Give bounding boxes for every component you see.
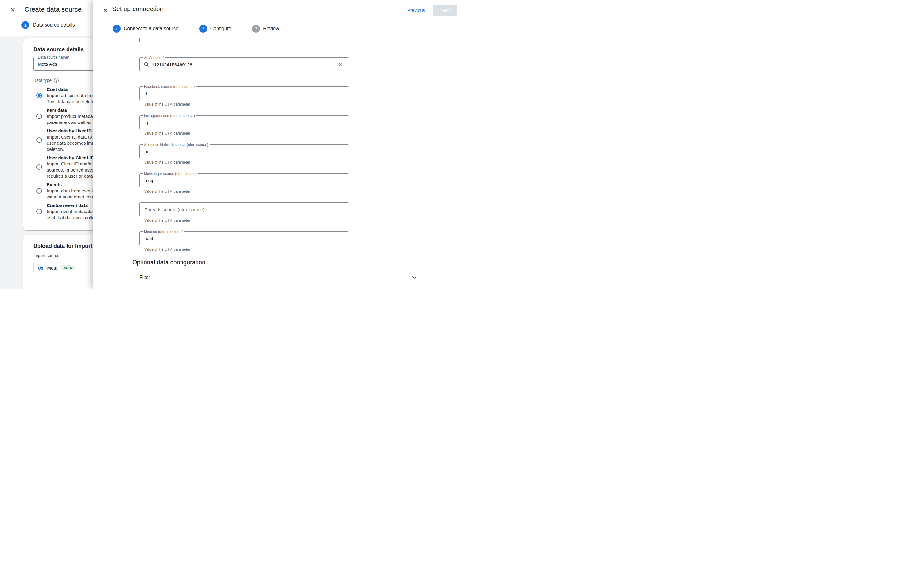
search-icon xyxy=(143,61,149,68)
radio-cost-data[interactable] xyxy=(36,93,42,98)
configure-form-panel: Ad Account* ✕ Facebook source (utm_sourc… xyxy=(132,39,425,253)
option-description-line: Import product metadata xyxy=(47,113,92,119)
step-review-circle[interactable]: 3 xyxy=(252,25,260,33)
import-source-meta[interactable]: ∞ Meta BETA xyxy=(33,261,92,274)
beta-badge: BETA xyxy=(61,265,74,271)
option-events: Events Import data from events without a… xyxy=(33,182,92,200)
data-type-row: Data type ? xyxy=(33,78,92,83)
import-source-label: Import source xyxy=(33,253,92,258)
radio-user-data-client-id[interactable] xyxy=(36,164,42,170)
facebook-source-group: Facebook source (utm_source) Value of th… xyxy=(139,86,418,106)
audience-network-source-label: Audience Network source (utm_source) xyxy=(143,143,210,147)
stepper-connector xyxy=(183,29,195,29)
next-button[interactable]: Next xyxy=(433,5,457,16)
ad-account-input[interactable] xyxy=(149,62,336,67)
step-configure-label[interactable]: Configure xyxy=(210,26,231,31)
option-description-line: user data becomes imme xyxy=(47,140,92,146)
chevron-down-icon xyxy=(411,274,418,281)
upload-data-card: Upload data for import Import source ∞ M… xyxy=(23,235,92,288)
option-description-line: without an internet conn xyxy=(47,194,92,200)
option-description-line: Import User ID data to u xyxy=(47,134,92,140)
scrolled-field-partial xyxy=(139,39,349,42)
optional-data-configuration-title: Optional data configuration xyxy=(132,259,205,266)
option-description-line: Import ad cost data from xyxy=(47,92,92,98)
option-description-line: Import event metadata a xyxy=(47,208,92,214)
dialog-header: ✕ Set up connection Previous Next ✓ Conn… xyxy=(92,0,462,39)
option-description-line: parameters as well as te xyxy=(47,119,92,126)
helper-text: Value of the UTM parameter xyxy=(144,131,418,135)
option-description-line: sources. Imported user d xyxy=(47,167,92,173)
helper-text: Value of the UTM parameter xyxy=(144,218,418,222)
close-icon[interactable]: ✕ xyxy=(101,6,110,15)
messenger-source-group: Messenger source (utm_source) Value of t… xyxy=(139,173,418,193)
step-1-label: Data source details xyxy=(33,22,75,28)
step-connect-label[interactable]: Connect to a data source xyxy=(124,26,178,31)
dialog-actions: Previous Next xyxy=(407,5,457,16)
dialog-title: Set up connection xyxy=(112,5,163,13)
option-title: Custom event data xyxy=(47,202,92,208)
connection-stepper: ✓ Connect to a data source 2 Configure 3… xyxy=(113,25,279,33)
option-item-data: Item data Import product metadata parame… xyxy=(33,107,92,126)
meta-logo-icon: ∞ xyxy=(38,264,44,272)
option-title: Item data xyxy=(47,107,92,113)
filter-expander[interactable]: Filter xyxy=(132,270,425,285)
option-description-line: This data can be deleted xyxy=(47,98,92,105)
help-icon[interactable]: ? xyxy=(54,78,59,83)
step-review-label[interactable]: Review xyxy=(263,26,279,31)
option-title: Events xyxy=(47,182,92,188)
option-title: User data by User ID xyxy=(47,128,92,134)
facebook-source-label: Facebook source (utm_source) xyxy=(143,85,196,89)
option-description-line: requires a user or data d xyxy=(47,173,92,179)
helper-text: Value of the UTM parameter xyxy=(144,189,418,193)
option-cost-data: Cost data Import ad cost data from This … xyxy=(33,86,92,105)
instagram-source-group: Instagram source (utm_source) Value of t… xyxy=(139,115,418,135)
threads-source-group: Value of the UTM parameter xyxy=(139,202,418,222)
radio-item-data[interactable] xyxy=(36,114,42,119)
audience-network-source-group: Audience Network source (utm_source) Val… xyxy=(139,144,418,164)
option-description-line: Import data from events xyxy=(47,188,92,194)
helper-text: Value of the UTM parameter xyxy=(144,247,418,251)
option-description-line: Import Client ID and/or u xyxy=(47,161,92,167)
option-user-data-user-id: User data by User ID Import User ID data… xyxy=(33,128,92,152)
helper-text: Value of the UTM parameter xyxy=(144,160,418,164)
radio-events[interactable] xyxy=(36,188,42,193)
data-type-label: Data type xyxy=(33,78,52,83)
step-connect-circle-check-icon[interactable]: ✓ xyxy=(113,25,121,33)
option-description-line: deletion. xyxy=(47,146,92,152)
option-description-line: as if that data was collec xyxy=(47,214,92,221)
option-user-data-client-id: User data by Client ID Import Client ID … xyxy=(33,155,92,179)
filter-label: Filter xyxy=(139,275,150,280)
medium-group: Medium (utm_medium)* Value of the UTM pa… xyxy=(139,231,418,251)
close-icon[interactable]: ✕ xyxy=(8,5,17,14)
medium-label: Medium (utm_medium)* xyxy=(143,230,184,234)
dialog-body: Ad Account* ✕ Facebook source (utm_sourc… xyxy=(92,39,462,288)
radio-user-data-user-id[interactable] xyxy=(36,137,42,143)
previous-button[interactable]: Previous xyxy=(407,8,425,13)
data-source-name-label: Data source name* xyxy=(37,55,71,60)
create-data-source-page: ✕ Create data source 1 Data source detai… xyxy=(0,0,92,288)
step-1-circle: 1 xyxy=(21,21,29,29)
stepper-connector xyxy=(236,29,248,29)
data-type-options: Cost data Import ad cost data from This … xyxy=(33,86,92,221)
data-source-name-field: Data source name* xyxy=(33,57,92,71)
meta-source-name: Meta xyxy=(47,265,57,271)
data-source-details-card: Data source details Data source name* Da… xyxy=(23,39,92,230)
details-card-title: Data source details xyxy=(33,47,92,53)
option-custom-event-data: Custom event data Import event metadata … xyxy=(33,202,92,221)
step-configure-circle[interactable]: 2 xyxy=(199,25,207,33)
option-title: Cost data xyxy=(47,86,92,92)
set-up-connection-dialog: ✕ Set up connection Previous Next ✓ Conn… xyxy=(92,0,462,288)
ad-account-label: Ad Account* xyxy=(143,56,165,60)
upload-card-title: Upload data for import xyxy=(33,243,92,250)
helper-text: Value of the UTM parameter xyxy=(144,102,418,106)
messenger-source-label: Messenger source (utm_source) xyxy=(143,172,198,176)
instagram-source-label: Instagram source (utm_source) xyxy=(143,114,196,118)
page-title: Create data source xyxy=(24,5,82,13)
clear-icon[interactable]: ✕ xyxy=(336,60,345,69)
option-title: User data by Client ID xyxy=(47,155,92,161)
ad-account-field: Ad Account* ✕ xyxy=(139,57,349,71)
wizard-step-1: 1 Data source details xyxy=(21,21,75,29)
radio-custom-event-data[interactable] xyxy=(36,209,42,214)
threads-source-input[interactable] xyxy=(140,203,349,216)
